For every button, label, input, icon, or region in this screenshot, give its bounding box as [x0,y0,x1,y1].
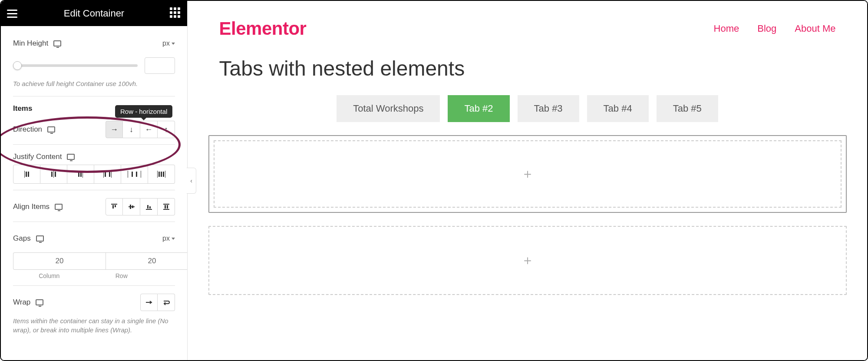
svg-rect-12 [167,205,168,209]
gaps-label: Gaps [13,234,31,243]
site-brand: Elementor [219,18,307,39]
align-end-button[interactable] [140,198,158,215]
apps-icon[interactable] [169,7,181,20]
min-height-label: Min Height [13,39,48,48]
panel-header: Edit Container [1,1,187,26]
svg-rect-1 [112,205,114,209]
direction-column-reverse-button[interactable]: ↑ [158,121,175,138]
svg-rect-11 [165,205,166,209]
responsive-icon[interactable] [47,126,55,132]
panel-body: Min Height px To achieve full height Con… [1,26,187,360]
gaps-control: Gaps px [13,230,175,247]
responsive-icon[interactable] [55,204,63,210]
panel-title: Edit Container [64,8,124,19]
site-nav: Home Blog About Me [714,23,836,34]
tab-2[interactable]: Tab #2 [448,95,509,122]
add-section-icon[interactable]: ＋ [521,252,534,269]
svg-rect-5 [132,205,133,208]
gaps-row-input[interactable] [106,252,187,270]
gaps-labels: Column Row [13,272,175,279]
justify-between-button[interactable] [94,165,121,184]
tab-3[interactable]: Tab #3 [518,95,579,122]
align-stretch-button[interactable] [158,198,175,215]
divider [13,96,175,96]
menu-icon[interactable] [7,7,19,20]
direction-row-reverse-button[interactable]: ← [140,121,158,138]
min-height-control: Min Height px [13,35,175,52]
justify-label: Justify Content [13,152,62,161]
justify-around-button[interactable] [121,165,148,184]
wrap-buttons [140,294,175,311]
nav-link-blog[interactable]: Blog [757,23,776,34]
tab-1[interactable]: Total Workshops [337,95,440,122]
active-container[interactable]: ＋ [208,135,847,213]
justify-end-button[interactable] [67,165,94,184]
slider-thumb[interactable] [13,61,22,70]
section-dropzone[interactable]: ＋ [209,227,846,294]
justify-buttons [13,165,175,184]
svg-rect-7 [147,205,149,209]
preview-area: Elementor Home Blog About Me Tabs with n… [188,1,867,360]
tab-4[interactable]: Tab #4 [587,95,649,122]
divider [13,222,175,222]
nav-link-about[interactable]: About Me [795,23,835,34]
chevron-down-icon [172,43,175,45]
direction-control: Direction → ↓ ← ↑ [13,121,175,138]
responsive-icon[interactable] [67,154,75,160]
empty-section[interactable]: ＋ [208,226,847,295]
min-height-unit[interactable]: px [162,40,175,47]
container-dropzone[interactable]: ＋ [214,140,842,208]
responsive-icon[interactable] [36,299,43,305]
collapse-panel-button[interactable]: ‹ [187,168,196,194]
nav-link-home[interactable]: Home [714,23,739,34]
min-height-input[interactable] [145,57,175,74]
direction-column-button[interactable]: ↓ [123,121,140,138]
align-center-button[interactable] [123,198,140,215]
min-height-slider[interactable] [13,64,138,67]
page-heading: Tabs with nested elements [219,56,836,80]
justify-center-button[interactable] [40,165,67,184]
wrap-nowrap-button[interactable] [140,294,158,311]
wrap-label: Wrap [13,298,30,307]
align-buttons [106,198,175,215]
direction-label: Direction [13,125,42,134]
gaps-inputs [13,252,175,270]
wrap-hint: Items within the container can stay in a… [13,316,175,335]
add-widget-icon[interactable]: ＋ [521,165,534,183]
responsive-icon[interactable] [36,235,44,242]
svg-rect-8 [149,206,151,209]
divider [13,190,175,190]
divider [13,285,175,286]
tabs-widget: Total Workshops Tab #2 Tab #3 Tab #4 Tab… [219,95,836,122]
direction-tooltip: Row - horizontal [115,105,172,118]
editor-sidebar: Edit Container Min Height px To achieve … [1,1,188,360]
direction-buttons: → ↓ ← ↑ [106,121,175,138]
align-start-button[interactable] [106,198,123,215]
justify-evenly-button[interactable] [148,165,175,184]
tab-5[interactable]: Tab #5 [657,95,718,122]
direction-row-button[interactable]: → [106,121,123,138]
gaps-row-label: Row [86,272,158,279]
wrap-wrap-button[interactable] [158,294,175,311]
align-control: Align Items [13,198,175,215]
gaps-column-label: Column [13,272,86,279]
chevron-down-icon [172,238,175,240]
divider [13,144,175,145]
justify-start-button[interactable] [13,165,40,184]
align-label: Align Items [13,202,50,211]
min-height-hint: To achieve full height Container use 100… [13,79,175,88]
gaps-unit[interactable]: px [162,235,175,242]
svg-rect-4 [130,205,131,209]
site-header: Elementor Home Blog About Me [219,14,836,52]
svg-rect-2 [115,205,116,207]
gaps-column-input[interactable] [13,252,106,270]
min-height-slider-row [13,57,175,74]
responsive-icon[interactable] [53,40,61,46]
wrap-control: Wrap [13,294,175,311]
